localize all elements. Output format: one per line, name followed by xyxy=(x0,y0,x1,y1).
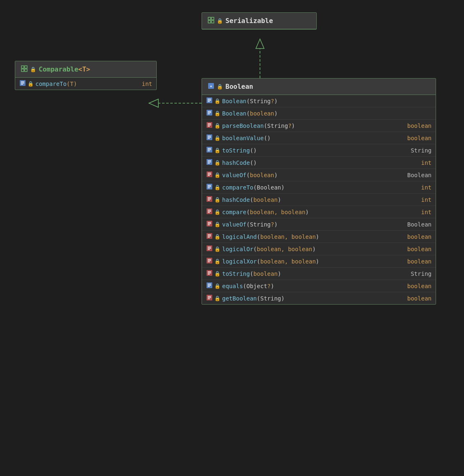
parseboolean-return: boolean xyxy=(403,122,432,129)
comparable-card: 🔒 Comparable<T> 🔒 compareTo(T) int xyxy=(15,61,157,90)
tostring-name: toString() xyxy=(222,147,405,154)
svg-rect-9 xyxy=(25,66,27,68)
hashcode-return: int xyxy=(417,159,432,166)
diagram-container: 🔒 Serializable 🔒 Comparable<T> xyxy=(0,0,464,476)
method-lock-hashcode: 🔒 xyxy=(214,160,220,166)
method-tostring: 🔒 toString() String xyxy=(202,144,436,157)
method-icon-valueof-string xyxy=(206,220,213,228)
comparable-lock2: 🔒 xyxy=(28,81,34,87)
equals-return: boolean xyxy=(403,283,432,289)
serializable-card: 🔒 Serializable xyxy=(202,12,317,30)
method-equals: 🔒 equals(Object?) boolean xyxy=(202,280,436,292)
method-lock-compareto-boolean: 🔒 xyxy=(214,185,220,190)
serializable-interface-icon xyxy=(208,17,214,25)
logicalxor-return: boolean xyxy=(403,258,432,265)
method-icon-getboolean xyxy=(206,294,213,302)
tostring-bool-name: toString(boolean) xyxy=(222,270,405,277)
serializable-lock-icon: 🔒 xyxy=(217,18,223,24)
valueof-bool-name: valueOf(boolean) xyxy=(222,172,401,178)
method-getboolean: 🔒 getBoolean(String) boolean xyxy=(202,292,436,304)
method-compareto-boolean: 🔒 compareTo(Boolean) int xyxy=(202,181,436,194)
boolean-lock-icon: 🔒 xyxy=(217,84,223,90)
svg-marker-3 xyxy=(149,99,158,107)
logicalor-return: boolean xyxy=(403,246,432,252)
method-icon-equals xyxy=(206,282,213,290)
method-hashcode-bool: 🔒 hashCode(boolean) int xyxy=(202,194,436,206)
svg-marker-1 xyxy=(256,39,264,49)
comparable-method-name: compareTo(T) xyxy=(35,81,136,87)
method-valueof-string: 🔒 valueOf(String?) Boolean xyxy=(202,218,436,231)
method-lock-valueof-string: 🔒 xyxy=(214,222,220,227)
svg-text:✦: ✦ xyxy=(210,83,213,89)
comparable-interface-icon xyxy=(21,65,28,73)
logicaland-return: boolean xyxy=(403,233,432,240)
comparable-header: 🔒 Comparable<T> xyxy=(15,61,156,78)
valueof-bool-return: Boolean xyxy=(403,172,432,178)
method-icon-logicalor xyxy=(206,245,213,253)
serializable-header: 🔒 Serializable xyxy=(202,13,316,29)
method-icon-valueof-bool xyxy=(206,171,213,179)
method-booleanvalue: 🔒 booleanValue() boolean xyxy=(202,132,436,144)
tostring-return: String xyxy=(406,147,432,154)
boolean-header: ✦ 🔒 Boolean xyxy=(202,79,436,95)
boolean-card: ✦ 🔒 Boolean 🔒 Boolean(String?) xyxy=(202,78,436,305)
method-hashcode: 🔒 hashCode() int xyxy=(202,157,436,169)
hashcode-bool-name: hashCode(boolean) xyxy=(222,196,415,203)
booleanvalue-name: booleanValue() xyxy=(222,135,401,141)
method-compare: 🔒 compare(boolean, boolean) int xyxy=(202,206,436,218)
ctor-lock-2: 🔒 xyxy=(214,111,220,116)
comparable-lock-icon: 🔒 xyxy=(30,67,36,72)
svg-rect-11 xyxy=(25,69,27,72)
ctor-icon-2 xyxy=(206,109,213,117)
method-lock-tostring: 🔒 xyxy=(214,148,220,153)
method-icon-compareto xyxy=(19,80,26,88)
compare-return: int xyxy=(417,209,432,215)
equals-name: equals(Object?) xyxy=(222,283,401,289)
logicalor-name: logicalOr(boolean, boolean) xyxy=(222,246,401,252)
method-logicaland: 🔒 logicalAnd(boolean, boolean) boolean xyxy=(202,231,436,243)
method-icon-logicalxor xyxy=(206,257,213,265)
tostring-bool-return: String xyxy=(406,270,432,277)
method-icon-tostring-bool xyxy=(206,270,213,277)
method-icon-compare xyxy=(206,208,213,216)
method-lock-getboolean: 🔒 xyxy=(214,296,220,301)
method-icon-compareto-boolean xyxy=(206,183,213,191)
method-lock-hashcode-bool: 🔒 xyxy=(214,197,220,203)
method-lock-logicalxor: 🔒 xyxy=(214,259,220,264)
parseboolean-name: parseBoolean(String?) xyxy=(222,122,401,129)
ctor-name-2: Boolean(boolean) xyxy=(222,110,432,117)
method-icon-hashcode xyxy=(206,159,213,166)
method-lock-compare: 🔒 xyxy=(214,209,220,215)
svg-rect-6 xyxy=(208,21,211,23)
svg-rect-8 xyxy=(21,66,24,68)
logicalxor-name: logicalXor(boolean, boolean) xyxy=(222,258,401,265)
method-lock-booleanvalue: 🔒 xyxy=(214,135,220,141)
boolean-class-icon: ✦ xyxy=(208,83,214,90)
method-lock-parseboolean: 🔒 xyxy=(214,123,220,129)
hashcode-bool-return: int xyxy=(417,196,432,203)
svg-rect-10 xyxy=(21,69,24,72)
method-icon-hashcode-bool xyxy=(206,196,213,203)
hashcode-name: hashCode() xyxy=(222,159,415,166)
method-parseboolean: 🔒 parseBoolean(String?) boolean xyxy=(202,120,436,132)
method-lock-equals: 🔒 xyxy=(214,283,220,289)
method-icon-booleanvalue xyxy=(206,134,213,142)
svg-rect-4 xyxy=(208,17,211,20)
comparable-method-compareto: 🔒 compareTo(T) int xyxy=(15,78,156,90)
ctor-lock-1: 🔒 xyxy=(214,98,220,104)
serializable-title: Serializable xyxy=(225,17,273,25)
method-lock-logicalor: 🔒 xyxy=(214,246,220,252)
compareto-boolean-return: int xyxy=(417,184,432,191)
ctor-name-1: Boolean(String?) xyxy=(222,98,432,104)
boolean-title: Boolean xyxy=(225,83,253,90)
logicaland-name: logicalAnd(boolean, boolean) xyxy=(222,233,401,240)
compare-name: compare(boolean, boolean) xyxy=(222,209,415,215)
method-lock-valueof-bool: 🔒 xyxy=(214,172,220,178)
comparable-return-int: int xyxy=(138,81,152,87)
method-tostring-bool: 🔒 toString(boolean) String xyxy=(202,268,436,280)
booleanvalue-return: boolean xyxy=(403,135,432,141)
svg-rect-7 xyxy=(211,21,214,23)
getboolean-name: getBoolean(String) xyxy=(222,295,401,302)
svg-rect-5 xyxy=(211,17,214,20)
method-logicalxor: 🔒 logicalXor(boolean, boolean) boolean xyxy=(202,255,436,268)
